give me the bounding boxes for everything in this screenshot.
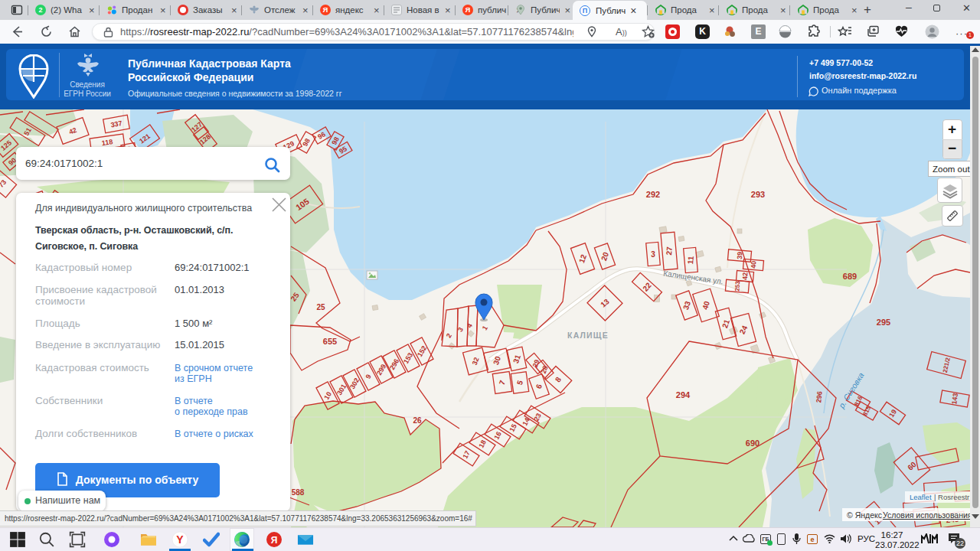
svg-text:690: 690 <box>746 439 760 448</box>
svg-text:588: 588 <box>292 488 305 497</box>
svg-text:40: 40 <box>750 261 757 269</box>
svg-text:27: 27 <box>665 246 674 256</box>
svg-text:295: 295 <box>877 318 890 327</box>
svg-text:296: 296 <box>815 391 823 403</box>
svg-text:| Rosreestr: | Rosreestr <box>934 493 969 501</box>
svg-text:КАЛИЩЕ: КАЛИЩЕ <box>567 331 609 340</box>
svg-text:25: 25 <box>316 303 325 311</box>
svg-text:26: 26 <box>413 416 422 425</box>
svg-text:Leaflet: Leaflet <box>910 493 932 501</box>
svg-text:42: 42 <box>741 272 749 280</box>
svg-text:39: 39 <box>736 252 743 259</box>
svg-text:118: 118 <box>101 138 113 147</box>
svg-text:253: 253 <box>734 281 741 292</box>
svg-text:3: 3 <box>651 250 655 259</box>
svg-text:689: 689 <box>843 272 857 281</box>
svg-text:Условия использования: Условия использования <box>883 510 970 520</box>
svg-text:11: 11 <box>686 256 695 265</box>
svg-text:143: 143 <box>950 393 959 405</box>
svg-text:655: 655 <box>323 337 337 346</box>
svg-text:Y: Y <box>176 533 184 546</box>
svg-text:Я: Я <box>271 535 278 546</box>
svg-text:294: 294 <box>676 390 691 399</box>
svg-text:© Яндекс: © Яндекс <box>847 510 882 520</box>
svg-text:292: 292 <box>646 190 660 199</box>
svg-text:293: 293 <box>751 190 765 199</box>
